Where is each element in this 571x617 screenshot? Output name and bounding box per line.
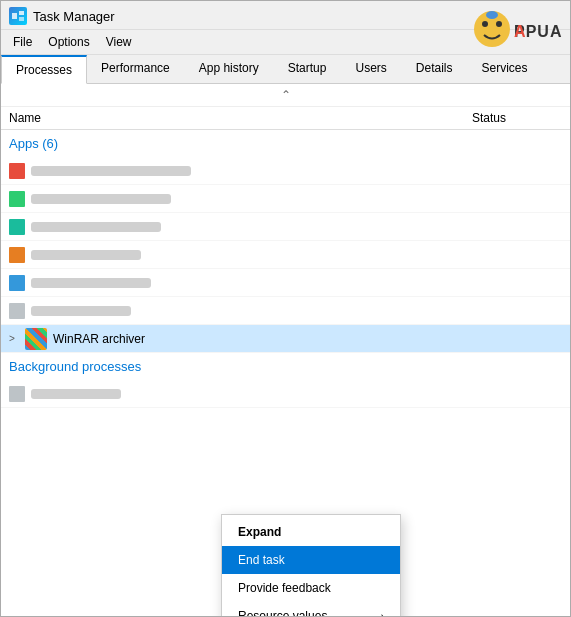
table-row[interactable] [1,241,570,269]
tab-startup[interactable]: Startup [274,55,342,83]
process-icon [9,386,25,402]
tab-users[interactable]: Users [341,55,401,83]
menu-options[interactable]: Options [40,32,97,52]
svg-point-4 [482,21,488,27]
winrar-label: WinRAR archiver [53,332,145,346]
submenu-arrow-icon: › [381,611,384,617]
process-name-blur [31,389,121,399]
winrar-icon [25,328,47,350]
table-row[interactable] [1,380,570,408]
process-icon [9,275,25,291]
table-header: Name Status [1,107,570,130]
task-manager-window: Task Manager PPUALS A File Options View … [0,0,571,617]
content-area: ⌃ Name Status Apps (6) [1,84,570,616]
process-name-blur [31,306,131,316]
tab-app-history[interactable]: App history [185,55,274,83]
table-row[interactable] [1,185,570,213]
tabs-bar: Processes Performance App history Startu… [1,55,570,84]
process-name-blur [31,166,191,176]
context-menu: Expand End task Provide feedback Resourc… [221,514,401,616]
process-icon [9,303,25,319]
section-header-apps: Apps (6) [1,130,570,157]
table-row[interactable] [1,297,570,325]
tab-processes[interactable]: Processes [1,55,87,84]
tab-performance[interactable]: Performance [87,55,185,83]
menu-file[interactable]: File [5,32,40,52]
expand-arrow-icon: > [9,333,21,344]
collapse-arrow-icon[interactable]: ⌃ [281,88,291,102]
svg-rect-0 [12,13,17,19]
process-name-blur [31,194,171,204]
winrar-row[interactable]: > WinRAR archiver [1,325,570,353]
svg-text:A: A [514,23,526,40]
appuals-logo: PPUALS A [462,7,562,52]
tab-services[interactable]: Services [468,55,543,83]
process-name-blur [31,250,141,260]
process-name-blur [31,222,161,232]
process-list: Apps (6) [1,130,570,408]
column-name: Name [9,111,472,125]
ctx-expand[interactable]: Expand [222,518,400,546]
table-row[interactable] [1,269,570,297]
table-row[interactable] [1,157,570,185]
process-icon [9,163,25,179]
process-icon [9,247,25,263]
title-bar: Task Manager PPUALS A [1,1,570,30]
window-title: Task Manager [33,9,115,24]
process-icon [9,191,25,207]
section-header-background: Background processes [1,353,570,380]
svg-rect-2 [19,17,24,21]
ctx-end-task[interactable]: End task [222,546,400,574]
menu-view[interactable]: View [98,32,140,52]
process-name-blur [31,278,151,288]
collapse-bar[interactable]: ⌃ [1,84,570,107]
ctx-resource-values[interactable]: Resource values › [222,602,400,616]
svg-point-6 [486,11,498,19]
tab-details[interactable]: Details [402,55,468,83]
table-row[interactable] [1,213,570,241]
svg-rect-1 [19,11,24,15]
process-icon [9,219,25,235]
column-status: Status [472,111,562,125]
svg-point-5 [496,21,502,27]
ctx-feedback[interactable]: Provide feedback [222,574,400,602]
app-icon [9,7,27,25]
